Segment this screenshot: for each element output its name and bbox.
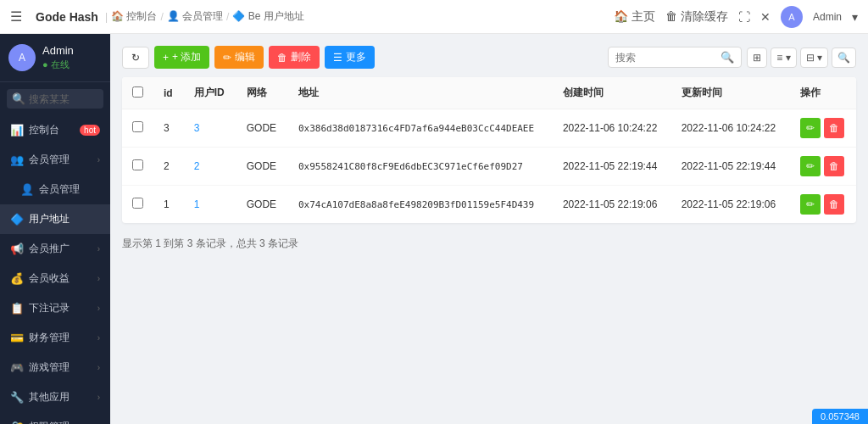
sidebar-search-input[interactable]: [29, 93, 98, 105]
user-menu-icon[interactable]: ▾: [852, 10, 858, 24]
cell-network: GODE: [236, 148, 288, 186]
home-link[interactable]: 🏠 主页: [614, 9, 655, 25]
clear-cache-btn[interactable]: 🗑 清除缓存: [665, 9, 728, 25]
row-checkbox[interactable]: [132, 198, 143, 209]
th-network: 网络: [236, 77, 288, 109]
cell-actions: ✏ 🗑: [790, 186, 857, 224]
sidebar-item-label: 会员管理: [39, 182, 80, 197]
cell-user-id: 2: [184, 148, 236, 186]
columns-btn[interactable]: ⊟ ▾: [800, 47, 828, 68]
more-icon: ☰: [333, 52, 342, 64]
sidebar-item-member-sub[interactable]: 👤 会员管理: [0, 175, 110, 204]
table-row: 3 3 GODE 0x386d38d0187316c4FD7af6a944eB0…: [122, 109, 856, 148]
breadcrumb-item-members[interactable]: 👤 会员管理: [167, 9, 223, 24]
user-id-link[interactable]: 2: [194, 160, 200, 172]
th-created-at: 创建时间: [553, 77, 671, 109]
add-button[interactable]: + + 添加: [154, 46, 209, 69]
top-nav-left: ☰ Gode Hash | 🏠 控制台 / 👤 会员管理 / 🔷 Be 用户地址: [10, 8, 304, 25]
chevron-icon: ›: [97, 363, 100, 372]
user-id-link[interactable]: 1: [194, 198, 200, 210]
sidebar-item-finance[interactable]: 💳 财务管理 ›: [0, 323, 110, 353]
toolbar: ↻ + + 添加 ✏ 编辑 🗑 删除 ☰ 更多 🔍: [122, 46, 856, 69]
cell-created-at: 2022-11-06 10:24:22: [553, 109, 671, 148]
sidebar-item-member-promo[interactable]: 📢 会员推广 ›: [0, 234, 110, 264]
chevron-icon: ›: [97, 393, 100, 402]
sidebar-menu: 📊 控制台 hot 👥 会员管理 › 👤 会员管理 🔷 用户地址 📢 会员推广 …: [0, 115, 110, 424]
row-checkbox-cell: [122, 186, 153, 224]
sidebar-item-member-revenue[interactable]: 💰 会员收益 ›: [0, 264, 110, 293]
row-edit-button[interactable]: ✏: [800, 156, 821, 176]
delete-icon: 🗑: [277, 52, 287, 64]
hamburger-icon[interactable]: ☰: [10, 8, 22, 25]
sidebar-item-dashboard[interactable]: 📊 控制台 hot: [0, 115, 110, 145]
sidebar-item-permissions[interactable]: 🔐 权限管理 ›: [0, 412, 110, 424]
row-checkbox[interactable]: [132, 159, 143, 170]
chevron-icon: ›: [97, 155, 100, 165]
breadcrumb: | 🏠 控制台 / 👤 会员管理 / 🔷 Be 用户地址: [105, 9, 304, 24]
sidebar-item-label: 会员管理: [29, 153, 70, 167]
permissions-icon: 🔐: [10, 421, 24, 424]
sidebar-user-status: ● 在线: [42, 59, 74, 70]
cell-id: 2: [153, 148, 184, 186]
sidebar-item-label: 财务管理: [29, 331, 70, 345]
chevron-icon: ›: [97, 304, 100, 313]
dashboard-icon: 📊: [10, 124, 24, 137]
sidebar: A Admin ● 在线 🔍 📊 控制台 hot 👥 会员管理 › 👤: [0, 34, 110, 424]
cell-user-id: 1: [184, 186, 236, 224]
filter-btn[interactable]: 🔍: [832, 47, 856, 68]
top-nav-right: 🏠 主页 🗑 清除缓存 ⛶ ✕ A Admin ▾: [614, 6, 858, 28]
sidebar-item-label: 其他应用: [29, 390, 70, 404]
pagination-info: 显示第 1 到第 3 条记录，总共 3 条记录: [122, 232, 856, 256]
expand-icon[interactable]: ⛶: [738, 10, 750, 24]
sidebar-item-label: 控制台: [29, 123, 59, 137]
sidebar-user-info: Admin ● 在线: [42, 44, 74, 70]
select-all-checkbox[interactable]: [132, 86, 143, 98]
row-checkbox-cell: [122, 109, 153, 148]
chevron-icon: ›: [97, 274, 100, 283]
sidebar-search[interactable]: 🔍: [7, 89, 103, 109]
cell-updated-at: 2022-11-06 10:24:22: [671, 109, 790, 148]
refresh-icon: ↻: [131, 52, 140, 64]
bet-icon: 📋: [10, 302, 24, 315]
search-box[interactable]: 🔍: [608, 47, 742, 68]
top-nav: ☰ Gode Hash | 🏠 控制台 / 👤 会员管理 / 🔷 Be 用户地址…: [0, 0, 868, 34]
sidebar-item-user-address[interactable]: 🔷 用户地址: [0, 204, 110, 234]
cell-updated-at: 2022-11-05 22:19:44: [671, 148, 790, 186]
cell-actions: ✏ 🗑: [790, 148, 857, 186]
grid-view-btn[interactable]: ⊞: [747, 47, 767, 68]
search-input[interactable]: [615, 52, 717, 64]
status-value: 0.057348: [821, 411, 860, 421]
row-delete-button[interactable]: 🗑: [824, 118, 844, 138]
sidebar-item-game[interactable]: 🎮 游戏管理 ›: [0, 353, 110, 382]
table-row: 1 1 GODE 0x74cA107dE8a8a8feE498209B3fD01…: [122, 186, 856, 224]
layout: A Admin ● 在线 🔍 📊 控制台 hot 👥 会员管理 › 👤: [0, 34, 868, 424]
refresh-button[interactable]: ↻: [122, 47, 149, 69]
sidebar-item-member-management[interactable]: 👥 会员管理 ›: [0, 145, 110, 175]
breadcrumb-item-dashboard[interactable]: 🏠 控制台: [111, 9, 157, 24]
sidebar-item-bet-records[interactable]: 📋 下注记录 ›: [0, 293, 110, 323]
cell-actions: ✏ 🗑: [790, 109, 857, 148]
user-id-link[interactable]: 3: [194, 122, 200, 134]
more-button[interactable]: ☰ 更多: [325, 46, 375, 69]
row-checkbox-cell: [122, 148, 153, 186]
revenue-icon: 💰: [10, 272, 24, 285]
list-view-btn[interactable]: ≡ ▾: [771, 47, 796, 68]
row-delete-button[interactable]: 🗑: [824, 156, 844, 176]
row-edit-button[interactable]: ✏: [800, 194, 821, 215]
row-checkbox[interactable]: [132, 121, 143, 132]
edit-icon: ✏: [223, 52, 231, 64]
chevron-icon: ›: [97, 333, 100, 343]
add-icon: +: [163, 52, 169, 64]
row-edit-button[interactable]: ✏: [800, 118, 821, 138]
avatar: A: [781, 6, 803, 28]
sidebar-item-other[interactable]: 🔧 其他应用 ›: [0, 382, 110, 412]
sidebar-item-label: 游戏管理: [29, 360, 70, 375]
edit-button[interactable]: ✏ 编辑: [214, 46, 264, 69]
cell-network: GODE: [236, 109, 288, 148]
delete-button[interactable]: 🗑 删除: [269, 46, 320, 69]
close-icon[interactable]: ✕: [760, 10, 771, 24]
breadcrumb-item-address[interactable]: 🔷 Be 用户地址: [232, 9, 303, 24]
view-icons: ⊞ ≡ ▾ ⊟ ▾ 🔍: [747, 47, 856, 68]
sidebar-item-label: 权限管理: [29, 420, 70, 424]
row-delete-button[interactable]: 🗑: [824, 194, 844, 215]
